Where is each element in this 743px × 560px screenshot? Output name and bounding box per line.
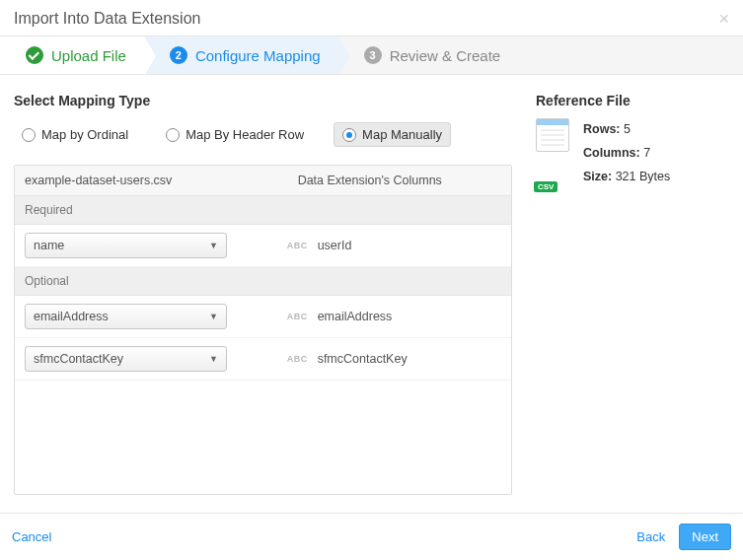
back-button[interactable]: Back: [636, 529, 665, 544]
radio-icon: [22, 128, 36, 142]
size-label: Size:: [583, 170, 612, 183]
text-type-icon: ABC: [287, 241, 308, 250]
dropdown-value: sfmcContactKey: [34, 352, 123, 366]
radio-label: Map By Header Row: [186, 127, 304, 142]
step-number-icon: 2: [170, 46, 187, 64]
reference-title: Reference File: [536, 93, 729, 108]
dialog-title: Import Into Data Extension: [14, 10, 200, 28]
source-column-dropdown[interactable]: name ▼: [25, 233, 227, 258]
next-button[interactable]: Next: [679, 524, 731, 550]
dropdown-value: emailAddress: [34, 310, 109, 323]
columns-value: 7: [643, 146, 650, 160]
csv-badge: CSV: [534, 181, 557, 192]
mapping-row-sfmccontactkey: sfmcContactKey ▼ ABC sfmcContactKey: [15, 338, 511, 381]
close-icon[interactable]: ×: [718, 10, 729, 28]
chevron-down-icon: ▼: [209, 354, 218, 364]
rows-label: Rows:: [583, 122, 621, 136]
wizard-step-review[interactable]: 3 Review & Create: [338, 36, 519, 74]
source-column-dropdown[interactable]: emailAddress ▼: [25, 304, 227, 329]
dialog-footer: Cancel Back Next: [0, 513, 743, 560]
size-value: 321 Bytes: [616, 170, 671, 183]
cancel-button[interactable]: Cancel: [12, 529, 51, 544]
mapping-table: example-dataset-users.csv Data Extension…: [14, 165, 512, 495]
radio-icon: [342, 128, 356, 142]
step-number-icon: 3: [364, 46, 382, 64]
wizard-steps: Upload File 2 Configure Mapping 3 Review…: [0, 35, 743, 75]
check-icon: [26, 46, 43, 64]
radio-map-header[interactable]: Map By Header Row: [158, 123, 312, 146]
required-section-label: Required: [15, 196, 511, 225]
mapping-type-title: Select Mapping Type: [14, 93, 512, 108]
radio-map-manually[interactable]: Map Manually: [334, 122, 451, 147]
radio-label: Map Manually: [362, 127, 442, 142]
chevron-down-icon: ▼: [209, 241, 218, 250]
radio-map-ordinal[interactable]: Map by Ordinal: [14, 123, 136, 146]
dropdown-value: name: [34, 239, 64, 252]
mapping-row-emailaddress: emailAddress ▼ ABC emailAddress: [15, 296, 511, 338]
mapping-type-radios: Map by Ordinal Map By Header Row Map Man…: [14, 122, 512, 147]
reference-details: Rows: 5 Columns: 7 Size: 321 Bytes: [583, 118, 670, 188]
target-column-name: emailAddress: [318, 310, 393, 323]
target-column-name: sfmcContactKey: [318, 352, 408, 366]
dialog-header: Import Into Data Extension ×: [0, 0, 743, 35]
radio-icon: [166, 128, 180, 142]
text-type-icon: ABC: [287, 312, 308, 321]
columns-label: Columns:: [583, 146, 640, 160]
source-column-dropdown[interactable]: sfmcContactKey ▼: [25, 346, 227, 372]
reference-panel: Reference File CSV Rows: 5 Columns: 7 Si…: [532, 93, 729, 507]
csv-file-icon: CSV: [536, 118, 571, 188]
wizard-step-upload[interactable]: Upload File: [0, 36, 144, 74]
step-label: Upload File: [51, 47, 126, 64]
wizard-step-configure[interactable]: 2 Configure Mapping: [144, 36, 338, 74]
mapping-row-userid: name ▼ ABC userId: [15, 225, 511, 267]
step-label: Configure Mapping: [195, 47, 321, 64]
target-column-name: userId: [318, 239, 352, 252]
mapping-table-header: example-dataset-users.csv Data Extension…: [15, 166, 511, 196]
rows-value: 5: [624, 122, 631, 136]
text-type-icon: ABC: [287, 354, 308, 364]
optional-section-label: Optional: [15, 267, 511, 296]
source-file-header: example-dataset-users.csv: [15, 166, 288, 195]
chevron-down-icon: ▼: [209, 312, 218, 321]
de-columns-header: Data Extension's Columns: [288, 166, 511, 195]
step-label: Review & Create: [390, 47, 501, 64]
mapping-panel: Select Mapping Type Map by Ordinal Map B…: [14, 93, 532, 507]
radio-label: Map by Ordinal: [41, 127, 128, 142]
